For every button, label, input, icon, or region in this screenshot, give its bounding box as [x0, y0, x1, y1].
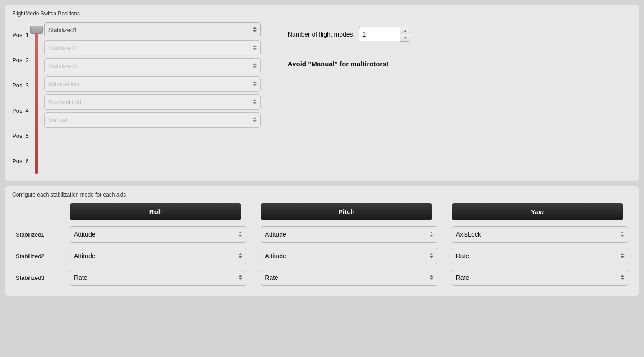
stab1-pitch-select[interactable]: Attitude AxisLock Rate WeakLeveling Rela…: [261, 226, 437, 243]
warning-text: Avoid "Manual" for multirotors!: [288, 60, 389, 68]
stab-row-1: Stabilized1 Attitude AxisLock Rate WeakL…: [12, 224, 632, 245]
pos-label-1: Pos. 1: [12, 22, 29, 47]
slider-thumb[interactable]: [30, 26, 43, 34]
pitch-header: Pitch: [261, 203, 432, 220]
th-spacer: [12, 203, 66, 224]
pos-label-4: Pos. 4: [12, 98, 29, 123]
th-yaw: Yaw: [448, 203, 632, 224]
flight-mode-select-6[interactable]: Manual: [44, 112, 261, 128]
stab2-yaw-cell: Attitude AxisLock Rate WeakLeveling Rela…: [448, 245, 632, 267]
stab1-roll-select[interactable]: Attitude AxisLock Rate WeakLeveling Rela…: [70, 226, 246, 243]
flightmode-panel: FlightMode Switch Positions Pos. 1 Pos. …: [5, 5, 639, 181]
stab-row-3: Stabilized3 Attitude AxisLock Rate WeakL…: [12, 267, 632, 288]
pos-label-6: Pos. 6: [12, 148, 29, 174]
th-pitch: Pitch: [257, 203, 441, 224]
slider-track: [33, 22, 40, 174]
flight-modes-input[interactable]: [359, 27, 400, 41]
flight-mode-select-4[interactable]: AltitudeHold: [44, 76, 261, 92]
stab3-yaw-cell: Attitude AxisLock Rate WeakLeveling Rela…: [448, 267, 632, 288]
stab3-roll-cell: Attitude AxisLock Rate WeakLeveling Rela…: [66, 267, 250, 288]
stab3-roll-select[interactable]: Attitude AxisLock Rate WeakLeveling Rela…: [70, 270, 246, 286]
spinner-down-button[interactable]: ▼: [400, 34, 410, 41]
pos-label-3: Pos. 3: [12, 73, 29, 98]
flight-mode-dropdowns: Stabilized1 Stabilized2 Stabilized3 Alti…: [44, 22, 261, 128]
stab-row-2: Stabilized2 Attitude AxisLock Rate WeakL…: [12, 245, 632, 267]
stab-panel: Configure each stabilization mode for ea…: [5, 186, 639, 296]
right-info: Number of flight modes: ▲ ▼ Avoid "Manua…: [270, 22, 632, 174]
yaw-header: Yaw: [452, 203, 623, 220]
th-roll: Roll: [66, 203, 250, 224]
slider-bar: [35, 34, 38, 174]
roll-header: Roll: [70, 203, 241, 220]
positions-left: Pos. 1 Pos. 2 Pos. 3 Pos. 4 Pos. 5 Pos. …: [12, 22, 261, 174]
stab-table: Roll Pitch Yaw Stabilized1 Attitude: [12, 203, 632, 288]
stab2-label: Stabilized2: [12, 245, 66, 267]
stab1-label: Stabilized1: [12, 224, 66, 245]
flight-mode-select-1[interactable]: Stabilized1 Stabilized2 Stabilized3 Alti…: [44, 22, 261, 37]
spinner-buttons: ▲ ▼: [400, 27, 410, 42]
position-labels: Pos. 1 Pos. 2 Pos. 3 Pos. 4 Pos. 5 Pos. …: [12, 22, 29, 174]
stab2-pitch-cell: Attitude AxisLock Rate WeakLeveling Rela…: [257, 245, 441, 267]
flight-mode-select-2[interactable]: Stabilized2: [44, 40, 261, 55]
number-input-wrap: ▲ ▼: [359, 27, 410, 42]
stab3-yaw-select[interactable]: Attitude AxisLock Rate WeakLeveling Rela…: [452, 270, 628, 286]
flightmode-title: FlightMode Switch Positions: [12, 10, 632, 17]
stab2-roll-select[interactable]: Attitude AxisLock Rate WeakLeveling Rela…: [70, 248, 246, 264]
stab1-yaw-cell: Attitude AxisLock Rate WeakLeveling Rela…: [448, 224, 632, 245]
stab3-pitch-select[interactable]: Attitude AxisLock Rate WeakLeveling Rela…: [261, 270, 437, 286]
flight-modes-label: Number of flight modes:: [288, 31, 355, 38]
pos-label-5: Pos. 5: [12, 123, 29, 148]
stab2-pitch-select[interactable]: Attitude AxisLock Rate WeakLeveling Rela…: [261, 248, 437, 264]
stab2-roll-cell: Attitude AxisLock Rate WeakLeveling Rela…: [66, 245, 250, 267]
flight-mode-select-5[interactable]: PositionHold: [44, 94, 261, 110]
pos-label-2: Pos. 2: [12, 47, 29, 73]
spinner-up-button[interactable]: ▲: [400, 27, 410, 34]
flight-modes-count: Number of flight modes: ▲ ▼: [288, 27, 411, 42]
stab3-pitch-cell: Attitude AxisLock Rate WeakLeveling Rela…: [257, 267, 441, 288]
stab-title: Configure each stabilization mode for ea…: [12, 192, 632, 198]
stab1-pitch-cell: Attitude AxisLock Rate WeakLeveling Rela…: [257, 224, 441, 245]
stab3-label: Stabilized3: [12, 267, 66, 288]
stab2-yaw-select[interactable]: Attitude AxisLock Rate WeakLeveling Rela…: [452, 248, 628, 264]
flight-mode-select-3[interactable]: Stabilized3: [44, 58, 261, 73]
stab1-roll-cell: Attitude AxisLock Rate WeakLeveling Rela…: [66, 224, 250, 245]
stab1-yaw-select[interactable]: Attitude AxisLock Rate WeakLeveling Rela…: [452, 226, 628, 243]
